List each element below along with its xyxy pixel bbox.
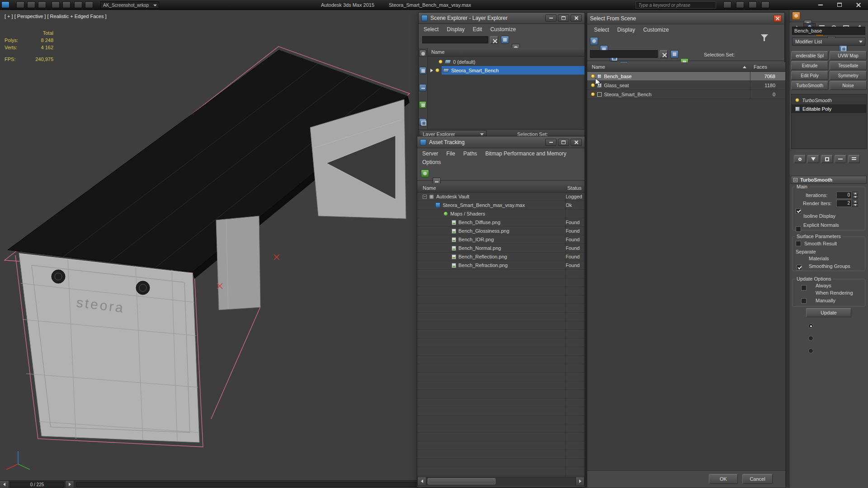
undo-icon[interactable] — [52, 1, 60, 8]
object-visibility-icon[interactable] — [591, 92, 595, 96]
select-children-icon[interactable] — [670, 50, 679, 58]
show-end-result-button[interactable] — [807, 155, 819, 163]
asset-row[interactable]: Bench_IOR.png Found — [417, 235, 585, 244]
turbosmooth-rollout-header[interactable]: TurboSmooth — [791, 176, 867, 184]
isoline-display-checkbox[interactable] — [796, 226, 801, 232]
timeline-next-button[interactable] — [65, 481, 74, 488]
asset-row[interactable]: Bench_Normal.png Found — [417, 244, 585, 253]
modifier-button-tessellate[interactable]: Tessellate — [830, 61, 867, 70]
asset-row[interactable]: Bench_Glossiness.png Found — [417, 227, 585, 235]
make-unique-button[interactable] — [821, 155, 833, 163]
object-row-bench-base[interactable]: Bench_base 7068 — [587, 72, 785, 81]
cancel-button[interactable]: Cancel — [742, 474, 773, 484]
menu-file[interactable]: File — [442, 149, 459, 158]
smooth-result-checkbox[interactable] — [797, 265, 802, 270]
menu-display[interactable]: Display — [443, 25, 468, 34]
menu-customize[interactable]: Customize — [639, 25, 673, 34]
layer-tree[interactable]: 0 (default) Steora_Smart_Bench — [428, 56, 585, 129]
modifier-button-renderable-spline[interactable]: enderable Spl — [791, 51, 828, 60]
object-name-field[interactable] — [792, 27, 865, 35]
select-link-icon[interactable] — [74, 1, 82, 8]
layer-row-default[interactable]: 0 (default) — [428, 57, 585, 66]
configure-modifier-sets-button[interactable] — [848, 155, 860, 163]
viewport-canvas[interactable]: steora — [0, 12, 418, 480]
layer-row-steora[interactable]: Steora_Smart_Bench — [428, 66, 585, 75]
asset-table-header[interactable]: Name Status — [417, 183, 585, 192]
timeline-frame-field[interactable]: 0 / 225 — [10, 482, 64, 488]
object-row-glass-seat[interactable]: Glass_seat 1180 — [587, 81, 785, 90]
asset-tracking-minimize-button[interactable] — [545, 139, 557, 146]
object-visibility-icon[interactable] — [591, 74, 595, 78]
max-logo-icon[interactable] — [1, 1, 9, 8]
infocenter-search-input[interactable] — [636, 1, 716, 9]
object-row-steora-smart-bench[interactable]: Steora_Smart_Bench 0 — [587, 90, 785, 99]
asset-row[interactable]: Bench_Refraction.png Found — [417, 261, 585, 270]
open-file-icon[interactable] — [27, 1, 35, 8]
viewport-label[interactable]: [ + ] [ Perspective ] [ Realistic + Edge… — [5, 14, 107, 19]
window-close-button[interactable] — [851, 1, 866, 9]
menu-display[interactable]: Display — [613, 25, 639, 34]
modifier-on-icon[interactable] — [795, 98, 799, 102]
remove-modifier-button[interactable] — [835, 155, 846, 163]
clear-search-button[interactable] — [490, 36, 498, 44]
asset-tracking-titlebar[interactable]: Asset Tracking — [417, 136, 585, 148]
scene-explorer-minimize-button[interactable] — [545, 14, 557, 22]
timeline-track[interactable] — [76, 482, 416, 487]
update-manually-radio[interactable] — [808, 348, 813, 353]
asset-row[interactable]: Autodesk Vault Logged — [417, 192, 585, 201]
asset-tracking-maximize-button[interactable] — [558, 139, 569, 146]
scene-table-header[interactable]: Name Faces — [587, 62, 785, 72]
menu-bitmap-performance[interactable]: Bitmap Performance and Memory — [481, 149, 570, 158]
render-setup-icon[interactable] — [792, 12, 800, 20]
communication-center-icon[interactable] — [736, 1, 744, 8]
asset-horizontal-scrollbar[interactable] — [417, 477, 585, 486]
scene-explorer-maximize-button[interactable] — [558, 14, 569, 22]
asset-row[interactable]: Steora_Smart_Bench_max_vray.max Ok — [417, 201, 585, 210]
stack-item-editable-poly[interactable]: Editable Poly — [792, 104, 866, 113]
unlink-icon[interactable] — [85, 1, 93, 8]
ok-button[interactable]: OK — [709, 474, 738, 484]
render-iters-spin-down[interactable] — [852, 203, 858, 207]
scene-explorer-titlebar[interactable]: Scene Explorer - Layer Explorer — [419, 13, 585, 24]
menu-server[interactable]: Server — [418, 149, 442, 158]
menu-edit[interactable]: Edit — [469, 25, 486, 34]
timeline-prev-button[interactable] — [0, 481, 9, 488]
select-filter-icon[interactable] — [501, 36, 509, 44]
refresh-status-icon[interactable] — [421, 169, 429, 178]
scene-object-list[interactable]: Bench_base 7068 Glass_seat 1180 Steora_S… — [587, 72, 785, 470]
display-all-icon[interactable] — [419, 50, 426, 57]
asset-row[interactable]: Bench_Reflection.png Found — [417, 253, 585, 261]
modifier-button-turbosmooth[interactable]: TurboSmooth — [791, 81, 828, 90]
select-from-scene-titlebar[interactable]: Select From Scene — [587, 13, 784, 24]
display-cameras-icon[interactable] — [419, 118, 426, 126]
update-when-rendering-radio[interactable] — [808, 336, 813, 341]
signin-icon[interactable] — [723, 1, 731, 8]
asset-row[interactable]: Maps / Shaders — [417, 210, 585, 218]
display-none-icon[interactable] — [590, 37, 598, 45]
scrollbar-thumb[interactable] — [428, 478, 495, 484]
viewport[interactable]: steora [ + ] [ Perspective ] [ Realistic… — [0, 10, 418, 480]
window-maximize-button[interactable] — [832, 1, 847, 9]
select-from-scene-close-button[interactable] — [774, 15, 782, 22]
modifier-button-noise[interactable]: Noise — [830, 81, 867, 90]
workspace-selector[interactable]: AK_Screenshot_wrksp — [100, 1, 159, 9]
stack-item-turbosmooth[interactable]: TurboSmooth — [792, 96, 866, 104]
update-button[interactable]: Update — [806, 308, 851, 317]
favorites-icon[interactable] — [749, 1, 757, 8]
scroll-left-button[interactable] — [418, 477, 426, 485]
modifier-button-extrude[interactable]: Extrude — [791, 61, 828, 70]
layer-visibility-icon[interactable] — [439, 60, 443, 64]
layer-visibility-icon[interactable] — [435, 68, 439, 72]
iterations-spin-up[interactable] — [852, 192, 858, 195]
iterations-value[interactable]: 0 — [836, 192, 852, 199]
scene-explorer-close-button[interactable] — [571, 14, 582, 22]
modifier-button-uvw-map[interactable]: UVW Map — [830, 51, 867, 60]
save-icon[interactable] — [38, 1, 46, 8]
display-geometry-icon[interactable] — [419, 67, 426, 74]
layer-list-header[interactable]: Name — [428, 48, 585, 56]
asset-table[interactable]: Autodesk Vault Logged Steora_Smart_Bench… — [417, 192, 585, 477]
menu-options[interactable]: Options — [418, 158, 445, 167]
scroll-right-button[interactable] — [576, 477, 584, 485]
render-iters-spin-up[interactable] — [852, 200, 858, 203]
scene-search-input[interactable] — [590, 50, 658, 58]
